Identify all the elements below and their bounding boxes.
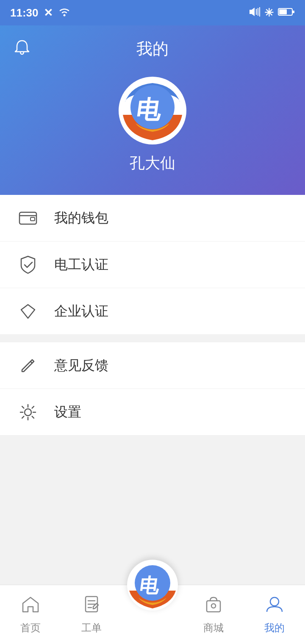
svg-rect-11 bbox=[19, 212, 36, 224]
status-right: ✳ bbox=[249, 6, 295, 19]
volume-icon bbox=[249, 6, 260, 19]
menu-section: 我的钱包 电工认证 企业认证 bbox=[0, 195, 305, 335]
signal-icon: ✕ bbox=[44, 6, 53, 19]
bell-icon[interactable] bbox=[13, 38, 31, 61]
header-section: 我的 电 孔大仙 bbox=[0, 25, 305, 195]
shop-icon bbox=[204, 595, 223, 618]
svg-line-13 bbox=[30, 361, 32, 363]
shop-nav-label: 商城 bbox=[203, 621, 224, 635]
wallet-label: 我的钱包 bbox=[54, 209, 108, 228]
electrician-label: 电工认证 bbox=[54, 255, 108, 274]
nav-item-mine[interactable]: 我的 bbox=[244, 595, 305, 635]
workorder-icon bbox=[82, 595, 101, 618]
nav-item-shop[interactable]: 商城 bbox=[183, 595, 244, 635]
svg-rect-22 bbox=[207, 601, 220, 612]
svg-point-23 bbox=[211, 604, 216, 608]
menu-section-2: 意见反馈 设置 bbox=[0, 342, 305, 436]
center-logo-button[interactable]: 电 bbox=[127, 560, 178, 611]
user-icon bbox=[265, 595, 284, 618]
menu-item-feedback[interactable]: 意见反馈 bbox=[0, 342, 305, 389]
status-left: 11:30 ✕ bbox=[10, 6, 71, 19]
bluetooth-icon: ✳ bbox=[264, 6, 274, 19]
edit-icon bbox=[17, 355, 39, 377]
status-time: 11:30 bbox=[10, 6, 39, 19]
user-name: 孔大仙 bbox=[130, 153, 175, 174]
svg-point-24 bbox=[270, 597, 279, 606]
svg-text:电: 电 bbox=[138, 575, 161, 597]
settings-label: 设置 bbox=[54, 403, 81, 422]
avatar[interactable]: 电 bbox=[119, 77, 186, 144]
bottom-nav: 首页 工单 电 bbox=[0, 585, 305, 644]
feedback-label: 意见反馈 bbox=[54, 356, 108, 375]
svg-point-14 bbox=[25, 409, 31, 416]
enterprise-label: 企业认证 bbox=[54, 302, 108, 321]
page-title: 我的 bbox=[0, 38, 305, 60]
nav-item-workorder[interactable]: 工单 bbox=[61, 595, 122, 635]
home-icon bbox=[21, 595, 40, 618]
battery-icon bbox=[278, 6, 295, 19]
gear-icon bbox=[17, 401, 39, 423]
svg-point-0 bbox=[63, 14, 65, 16]
menu-item-enterprise[interactable]: 企业认证 bbox=[0, 288, 305, 335]
menu-item-wallet[interactable]: 我的钱包 bbox=[0, 195, 305, 242]
home-nav-label: 首页 bbox=[20, 621, 41, 635]
menu-item-settings[interactable]: 设置 bbox=[0, 389, 305, 436]
shield-check-icon bbox=[17, 254, 39, 276]
svg-rect-7 bbox=[293, 11, 294, 13]
workorder-nav-label: 工单 bbox=[81, 621, 102, 635]
svg-rect-12 bbox=[30, 217, 35, 221]
avatar-wrapper: 电 孔大仙 bbox=[0, 77, 305, 174]
menu-item-electrician[interactable]: 电工认证 bbox=[0, 242, 305, 288]
diamond-icon bbox=[17, 300, 39, 322]
svg-rect-6 bbox=[279, 9, 287, 14]
svg-marker-1 bbox=[250, 8, 255, 16]
wallet-icon bbox=[17, 207, 39, 229]
nav-item-home[interactable]: 首页 bbox=[0, 595, 61, 635]
section-divider bbox=[0, 335, 305, 342]
status-bar: 11:30 ✕ ✳ bbox=[0, 0, 305, 25]
svg-text:电: 电 bbox=[134, 96, 164, 123]
mine-nav-label: 我的 bbox=[264, 621, 285, 635]
wifi-icon bbox=[58, 6, 71, 19]
